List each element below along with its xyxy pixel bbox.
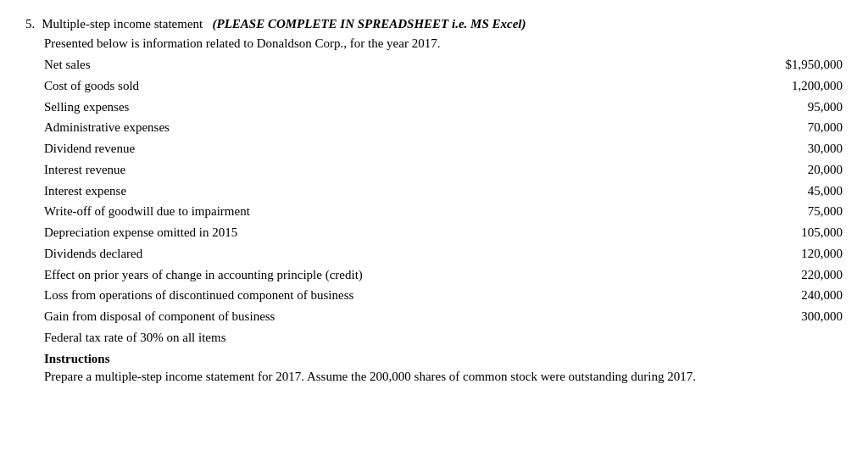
row-value: 70,000 [741, 117, 843, 138]
instructions-label: Instructions [44, 352, 843, 366]
table-row: Net sales$1,950,000 [44, 54, 843, 75]
table-row: Write-off of goodwill due to impairment7… [44, 201, 843, 222]
row-value: 75,000 [741, 201, 843, 222]
problem-subtitle: Presented below is information related t… [44, 36, 843, 51]
row-label: Net sales [44, 54, 741, 75]
row-value: 120,000 [741, 243, 843, 264]
instructions-text: Prepare a multiple-step income statement… [44, 366, 843, 387]
row-label: Dividends declared [44, 243, 741, 264]
table-row: Dividend revenue30,000 [44, 138, 843, 159]
row-value: 300,000 [741, 306, 843, 327]
table-row: Interest expense45,000 [44, 181, 843, 202]
table-row: Federal tax rate of 30% on all items [44, 327, 843, 348]
row-value: $1,950,000 [741, 54, 843, 75]
row-label: Interest expense [44, 181, 741, 202]
row-label: Depreciation expense omitted in 2015 [44, 222, 741, 243]
row-label: Federal tax rate of 30% on all items [44, 327, 741, 348]
row-label: Interest revenue [44, 159, 741, 181]
row-label: Effect on prior years of change in accou… [44, 264, 741, 286]
row-value: 20,000 [741, 159, 843, 181]
row-value: 105,000 [741, 222, 843, 243]
row-label: Gain from disposal of component of busin… [44, 306, 741, 327]
row-label: Cost of goods sold [44, 75, 741, 97]
row-value: 30,000 [741, 138, 843, 159]
table-row: Gain from disposal of component of busin… [44, 306, 843, 327]
row-label: Administrative expenses [44, 117, 741, 138]
row-value: 95,000 [741, 97, 843, 118]
row-value: 240,000 [741, 285, 843, 306]
problem-title: Multiple-step income statement (PLEASE C… [42, 17, 526, 31]
problem-title-text: Multiple-step income statement [42, 17, 203, 31]
table-row: Administrative expenses70,000 [44, 117, 843, 138]
table-row: Selling expenses95,000 [44, 97, 843, 118]
problem-number: 5. [25, 17, 35, 31]
table-row: Dividends declared120,000 [44, 243, 843, 264]
problem-container: 5. Multiple-step income statement (PLEAS… [25, 17, 843, 387]
table-row: Cost of goods sold1,200,000 [44, 75, 843, 97]
row-label: Dividend revenue [44, 138, 741, 159]
table-row: Effect on prior years of change in accou… [44, 264, 843, 286]
table-row: Depreciation expense omitted in 2015105,… [44, 222, 843, 243]
data-table: Net sales$1,950,000Cost of goods sold1,2… [44, 54, 843, 348]
row-value: 1,200,000 [741, 75, 843, 97]
row-value: 45,000 [741, 181, 843, 202]
row-label: Selling expenses [44, 97, 741, 118]
row-value: 220,000 [741, 264, 843, 286]
problem-title-bold-italic: (PLEASE COMPLETE IN SPREADSHEET i.e. MS … [212, 17, 526, 31]
table-row: Interest revenue20,000 [44, 159, 843, 181]
row-label: Write-off of goodwill due to impairment [44, 201, 741, 222]
row-label: Loss from operations of discontinued com… [44, 285, 741, 306]
problem-header: 5. Multiple-step income statement (PLEAS… [25, 17, 843, 31]
table-row: Loss from operations of discontinued com… [44, 285, 843, 306]
